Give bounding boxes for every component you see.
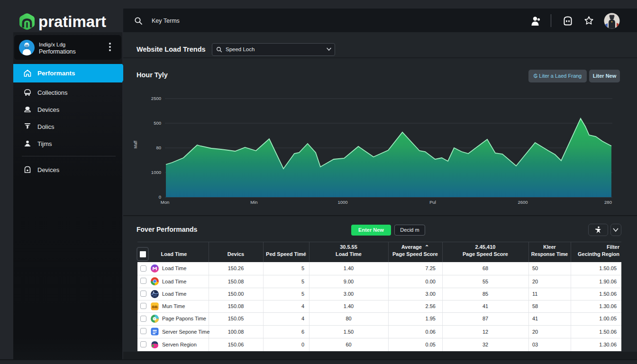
svg-text:0: 0 [159,194,161,200]
svg-text:Mon: Mon [161,200,169,205]
svg-text:280: 280 [604,200,612,205]
svg-text:BB: BB [152,305,158,309]
svg-text:Min: Min [250,200,257,205]
svg-text:Pul: Pul [429,200,436,205]
svg-text:80: 80 [156,145,161,150]
svg-text:2500: 2500 [151,96,161,101]
svg-text:1000: 1000 [337,200,347,205]
svg-text:500: 500 [154,120,161,126]
svg-text:1000: 1000 [151,170,161,175]
svg-text:2600: 2600 [518,200,528,205]
svg-text:Maff: Maff [133,140,138,148]
